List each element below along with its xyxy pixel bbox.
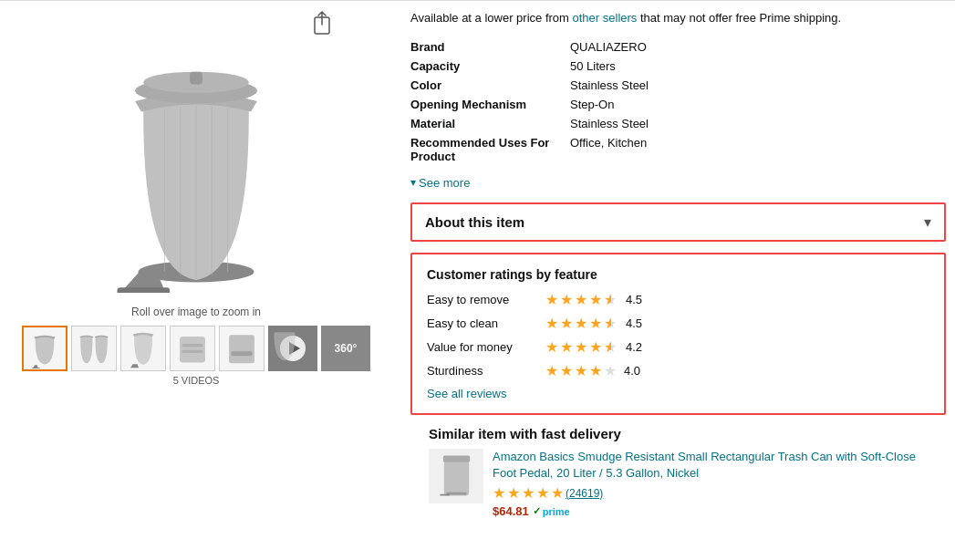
- spec-row: MaterialStainless Steel: [410, 114, 946, 133]
- star-full-icon: ★: [575, 315, 587, 332]
- spec-label: Material: [410, 114, 570, 133]
- similar-section-title: Similar item with fast delivery: [429, 426, 937, 441]
- spec-label: Brand: [410, 37, 570, 57]
- see-more-link[interactable]: ▾ See more: [410, 176, 470, 190]
- stars-container: ★★★★★★4.5: [545, 315, 642, 332]
- stars-container: ★★★★★4.0: [545, 362, 640, 379]
- star-full-icon: ★: [560, 315, 573, 332]
- prime-label: prime: [543, 506, 570, 517]
- svg-rect-20: [440, 494, 450, 496]
- info-section: Available at a lower price from other se…: [392, 10, 955, 518]
- star-full-icon: ★: [575, 338, 587, 356]
- similar-section: Similar item with fast delivery Amazon B…: [410, 426, 946, 518]
- spec-value: Step-On: [570, 95, 946, 114]
- stars-container: ★★★★★★4.5: [545, 291, 642, 308]
- rating-value: 4.5: [626, 316, 642, 330]
- star-full-icon: ★: [589, 338, 602, 356]
- star-full-icon: ★: [560, 362, 573, 379]
- rating-value: 4.2: [626, 340, 642, 354]
- svg-rect-10: [117, 287, 170, 293]
- spec-value: Stainless Steel: [570, 114, 946, 133]
- spec-value: Stainless Steel: [570, 76, 946, 95]
- stars-container: ★★★★★★4.2: [545, 338, 642, 356]
- rating-label: Sturdiness: [427, 364, 545, 378]
- ratings-rows: Easy to remove★★★★★★4.5Easy to clean★★★★…: [427, 291, 929, 379]
- thumbnail-360[interactable]: 360°: [321, 326, 370, 371]
- star-full-icon: ★: [575, 291, 587, 308]
- spec-row: Opening MechanismStep-On: [410, 95, 946, 114]
- 360-label: 360°: [335, 342, 358, 355]
- svg-rect-16: [232, 351, 253, 356]
- thumbnail-video[interactable]: [268, 326, 317, 371]
- ratings-title: Customer ratings by feature: [427, 267, 929, 282]
- see-all-reviews-link[interactable]: See all reviews: [427, 387, 929, 400]
- star-2: ★: [507, 484, 520, 502]
- product-image: [105, 19, 287, 293]
- rating-value: 4.0: [624, 364, 640, 378]
- star-full-icon: ★: [545, 362, 558, 379]
- ratings-section: Customer ratings by feature Easy to remo…: [410, 253, 946, 415]
- check-icon: ✓: [533, 505, 541, 517]
- svg-rect-18: [442, 456, 469, 462]
- thumbnail-5[interactable]: [219, 326, 265, 371]
- svg-rect-14: [182, 350, 203, 353]
- specs-table: BrandQUALIAZEROCapacity50 LitersColorSta…: [410, 37, 946, 166]
- rating-row-1: Easy to clean★★★★★★4.5: [427, 315, 929, 332]
- star-full-icon: ★: [545, 291, 558, 308]
- svg-rect-9: [190, 72, 202, 85]
- spec-label: Opening Mechanism: [410, 95, 570, 114]
- star-full-icon: ★: [560, 291, 573, 308]
- rating-row-3: Sturdiness★★★★★4.0: [427, 362, 929, 379]
- spec-label: Color: [410, 76, 570, 95]
- star-full-icon: ★: [545, 315, 558, 332]
- videos-label: 5 VIDEOS: [173, 375, 220, 386]
- star-half-icon: ★★: [604, 315, 618, 332]
- other-sellers-link[interactable]: other sellers: [573, 11, 638, 25]
- thumbnail-1[interactable]: [22, 326, 67, 371]
- share-icon-container[interactable]: [311, 10, 333, 38]
- star-full-icon: ★: [545, 338, 558, 356]
- availability-text-after: that may not offer free Prime shipping.: [637, 11, 841, 25]
- star-5: ★: [551, 484, 564, 502]
- zoom-hint: Roll over image to zoom in: [131, 306, 261, 318]
- star-empty-icon: ★: [604, 362, 617, 379]
- main-image-container: [59, 10, 333, 302]
- thumbnail-3[interactable]: [120, 326, 166, 371]
- prime-badge: ✓ prime: [533, 505, 570, 517]
- svg-rect-17: [443, 458, 469, 496]
- thumbnail-2[interactable]: [71, 326, 117, 371]
- star-1: ★: [493, 484, 505, 502]
- rating-label: Value for money: [427, 340, 545, 354]
- spec-label: Recommended Uses For Product: [410, 133, 570, 166]
- spec-value: 50 Liters: [570, 57, 946, 76]
- similar-item-name[interactable]: Amazon Basics Smudge Resistant Small Rec…: [493, 450, 916, 480]
- see-more-label: See more: [419, 176, 470, 190]
- thumbnails-row: 360°: [22, 326, 370, 371]
- star-3: ★: [522, 484, 535, 502]
- svg-rect-11: [32, 368, 40, 368]
- about-header[interactable]: About this item ▾: [412, 204, 944, 240]
- star-4: ★: [536, 484, 549, 502]
- review-count[interactable]: (24619): [566, 487, 603, 500]
- rating-label: Easy to remove: [427, 293, 545, 306]
- availability-notice: Available at a lower price from other se…: [410, 10, 946, 26]
- main-content: Roll over image to zoom in: [0, 1, 955, 527]
- star-half-icon: ★★: [604, 291, 618, 308]
- chevron-down-icon: ▾: [410, 176, 416, 189]
- spec-row: BrandQUALIAZERO: [410, 37, 946, 57]
- about-title: About this item: [425, 214, 524, 230]
- share-icon[interactable]: [311, 10, 333, 36]
- spec-row: Recommended Uses For ProductOffice, Kitc…: [410, 133, 946, 166]
- spec-row: ColorStainless Steel: [410, 76, 946, 95]
- chevron-down-icon: ▾: [924, 213, 931, 231]
- about-section: About this item ▾: [410, 202, 946, 242]
- svg-rect-12: [180, 337, 205, 363]
- spec-value: QUALIAZERO: [570, 37, 946, 57]
- rating-label: Easy to clean: [427, 316, 545, 330]
- image-section: Roll over image to zoom in: [0, 10, 392, 518]
- star-full-icon: ★: [589, 362, 602, 379]
- thumbnail-4[interactable]: [170, 326, 215, 371]
- svg-rect-13: [182, 344, 203, 347]
- spec-label: Capacity: [410, 57, 570, 76]
- star-half-icon: ★★: [604, 338, 618, 356]
